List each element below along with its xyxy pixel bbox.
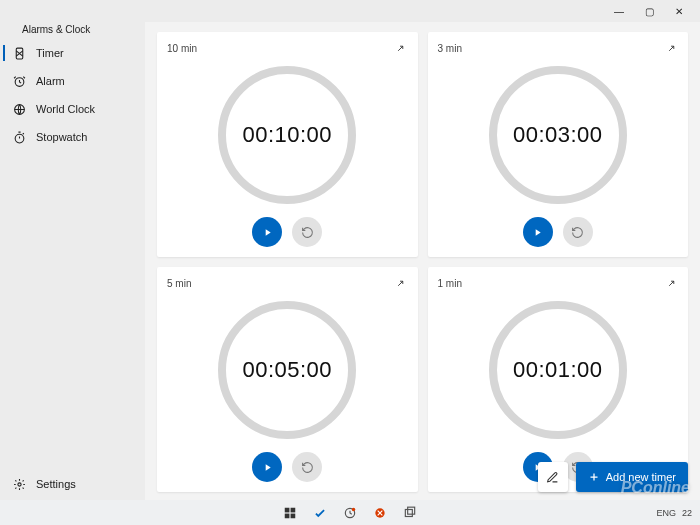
close-button[interactable]: ✕ [664,1,694,21]
minimize-icon: — [614,6,624,17]
card-header: 5 min [167,275,408,291]
timer-time: 00:10:00 [242,122,332,148]
timer-name: 3 min [438,43,462,54]
svg-rect-7 [285,513,290,518]
timer-dial: 00:03:00 [489,66,627,204]
nav-label: Alarm [36,75,65,87]
timer-card[interactable]: 3 min 00:03:00 [428,32,689,257]
app-title: Alarms & Clock [0,22,145,35]
taskbar-time[interactable]: 22 [682,508,692,518]
timer-icon [10,47,28,60]
stopwatch-icon [10,131,28,144]
alarm-icon [10,75,28,88]
timer-name: 1 min [438,278,462,289]
add-timer-label: Add new timer [606,471,676,483]
timer-grid: 10 min 00:10:00 [157,32,688,492]
nav-label: Stopwatch [36,131,87,143]
timer-card[interactable]: 1 min 00:01:00 [428,267,689,492]
settings-label: Settings [36,478,76,490]
card-header: 10 min [167,40,408,56]
timer-time: 00:05:00 [242,357,332,383]
dial-wrap: 00:05:00 [167,291,408,448]
svg-point-4 [17,482,20,485]
taskbar-icons [282,505,418,521]
timer-name: 5 min [167,278,191,289]
task-app-icon[interactable] [372,505,388,521]
start-icon[interactable] [282,505,298,521]
dial-wrap: 00:03:00 [438,56,679,213]
task-app-icon[interactable] [402,505,418,521]
play-button[interactable] [252,452,282,482]
expand-button[interactable] [664,41,678,55]
app-body: Alarms & Clock Timer Alarm [0,22,700,500]
timer-name: 10 min [167,43,197,54]
task-app-icon[interactable] [342,505,358,521]
svg-rect-5 [285,507,290,512]
reset-button[interactable] [563,217,593,247]
svg-rect-13 [408,507,415,514]
reset-button[interactable] [292,217,322,247]
svg-rect-12 [405,509,412,516]
card-header: 3 min [438,40,679,56]
timer-dial: 00:01:00 [489,301,627,439]
sidebar-spacer [0,151,145,468]
taskbar-right: ENG 22 [656,508,692,518]
reset-button[interactable] [292,452,322,482]
timer-controls [167,452,408,482]
nav-item-world-clock[interactable]: World Clock [0,95,145,123]
timer-dial: 00:05:00 [218,301,356,439]
timer-card[interactable]: 10 min 00:10:00 [157,32,418,257]
minimize-button[interactable]: — [604,1,634,21]
timer-controls [438,217,679,247]
play-button[interactable] [252,217,282,247]
close-icon: ✕ [675,6,683,17]
card-header: 1 min [438,275,679,291]
nav-item-settings[interactable]: Settings [0,468,145,500]
nav: Timer Alarm World Clock [0,39,145,151]
dial-wrap: 00:01:00 [438,291,679,448]
svg-point-3 [15,134,24,143]
main-content: 10 min 00:10:00 [145,22,700,500]
fab-row: Add new timer [538,462,688,492]
timer-dial: 00:10:00 [218,66,356,204]
expand-button[interactable] [664,276,678,290]
sidebar: Alarms & Clock Timer Alarm [0,22,145,500]
timer-time: 00:03:00 [513,122,603,148]
play-button[interactable] [523,217,553,247]
gear-icon [10,478,28,491]
taskbar-lang[interactable]: ENG [656,508,676,518]
expand-button[interactable] [394,41,408,55]
taskbar: ENG 22 [0,500,700,525]
maximize-button[interactable]: ▢ [634,1,664,21]
titlebar: — ▢ ✕ [0,0,700,22]
svg-rect-8 [291,513,296,518]
task-app-icon[interactable] [312,505,328,521]
nav-item-alarm[interactable]: Alarm [0,67,145,95]
nav-label: Timer [36,47,64,59]
timer-controls [167,217,408,247]
plus-icon [588,471,600,483]
edit-timers-button[interactable] [538,462,568,492]
dial-wrap: 00:10:00 [167,56,408,213]
nav-item-stopwatch[interactable]: Stopwatch [0,123,145,151]
timer-time: 00:01:00 [513,357,603,383]
timer-card[interactable]: 5 min 00:05:00 [157,267,418,492]
add-timer-button[interactable]: Add new timer [576,462,688,492]
nav-label: World Clock [36,103,95,115]
svg-rect-6 [291,507,296,512]
maximize-icon: ▢ [645,6,654,17]
app-window: — ▢ ✕ Alarms & Clock Timer Alarm [0,0,700,500]
nav-item-timer[interactable]: Timer [0,39,145,67]
expand-button[interactable] [394,276,408,290]
svg-point-10 [352,507,356,511]
world-clock-icon [10,103,28,116]
